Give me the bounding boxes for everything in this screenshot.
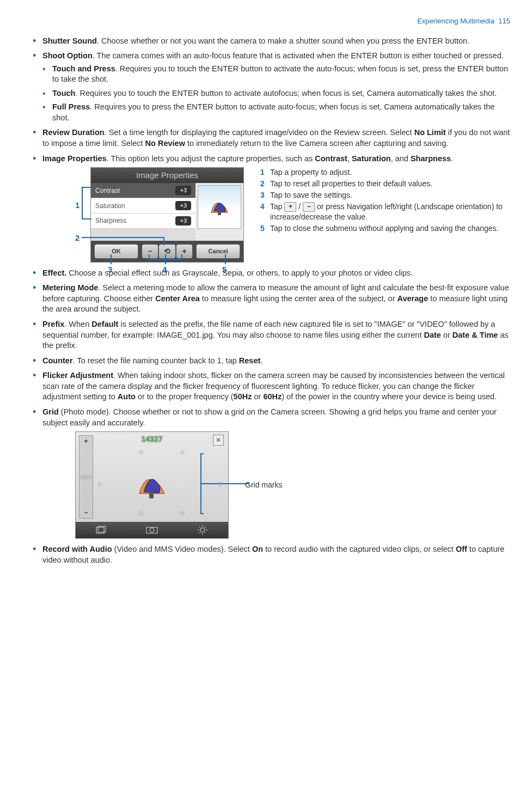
- grid-zoom-label: 1.0 x: [81, 474, 91, 480]
- image-properties-screenshot: Image Properties Contrast+3 Saturation+3…: [90, 167, 244, 263]
- item-image-properties: Image Properties. This option lets you a…: [33, 154, 510, 263]
- ip-title: Image Properties: [91, 168, 243, 183]
- item-review-duration: Review Duration. Set a time length for d…: [33, 127, 510, 149]
- item-record-audio: Record with Audio (Video and MMS Video m…: [33, 544, 510, 565]
- svg-point-5: [150, 528, 154, 532]
- grid-screenshot: 14327 ✕ + 1.0 x − + + + + + +: [75, 431, 229, 539]
- grid-marks-label: Grid marks: [245, 480, 282, 490]
- ip-legend: 1Tap a property to adjust. 2Tap to reset…: [260, 167, 510, 235]
- sub-full-press: Full Press. Requires you to press the EN…: [42, 102, 510, 123]
- ip-cancel-button[interactable]: Cancel: [196, 244, 240, 259]
- ip-plus-button[interactable]: +: [176, 244, 193, 259]
- item-grid: Grid (Photo mode). Choose whether or not…: [33, 407, 510, 539]
- grid-album-icon[interactable]: [94, 525, 108, 535]
- section-title: Experiencing Multimedia: [417, 17, 494, 25]
- ip-reset-button[interactable]: ⟲: [158, 244, 176, 259]
- plus-icon: +: [284, 202, 296, 212]
- grid-gear-icon[interactable]: [195, 525, 210, 535]
- svg-point-6: [200, 528, 205, 532]
- ip-row-sharpness[interactable]: Sharpness+3: [91, 214, 195, 229]
- ip-ok-button[interactable]: OK: [94, 244, 138, 259]
- grid-zoom-in-icon[interactable]: +: [84, 437, 88, 446]
- grid-close-button[interactable]: ✕: [213, 435, 224, 446]
- sub-touch-press: Touch and Press. Requires you to touch t…: [42, 64, 510, 85]
- svg-line-13: [199, 532, 200, 533]
- svg-rect-1: [149, 492, 154, 498]
- grid-zoom-out-icon[interactable]: −: [84, 508, 88, 517]
- item-shoot-option: Shoot Option. The camera comes with an a…: [33, 51, 510, 123]
- item-shutter-sound: Shutter Sound. Choose whether or not you…: [33, 36, 510, 47]
- page-header: Experiencing Multimedia 115: [33, 16, 510, 26]
- grid-zoom-bar[interactable]: + 1.0 x −: [79, 435, 93, 519]
- svg-line-12: [205, 532, 206, 533]
- ip-row-saturation[interactable]: Saturation+3: [91, 198, 195, 214]
- item-metering: Metering Mode. Select a metering mode to…: [33, 283, 510, 315]
- grid-camera-icon[interactable]: [145, 525, 159, 535]
- svg-rect-0: [218, 210, 221, 215]
- item-counter: Counter. To reset the file naming counte…: [33, 356, 510, 367]
- grid-subject-icon: [133, 469, 171, 502]
- sub-touch: Touch. Requires you to touch the ENTER b…: [42, 88, 510, 99]
- callout-2: 2: [75, 233, 80, 243]
- ip-row-contrast[interactable]: Contrast+3: [91, 183, 195, 198]
- svg-line-14: [205, 527, 206, 528]
- page-number: 115: [498, 17, 510, 25]
- minus-icon: −: [303, 202, 315, 212]
- ip-minus-button[interactable]: −: [142, 244, 159, 259]
- item-prefix: Prefix. When Default is selected as the …: [33, 319, 510, 351]
- ip-preview-thumb: [198, 185, 241, 229]
- item-effect: Effect. Choose a special effect such as …: [33, 268, 510, 279]
- svg-line-11: [199, 527, 200, 528]
- grid-shot-count: 14327: [142, 434, 163, 444]
- callout-1: 1: [75, 200, 80, 211]
- item-flicker: Flicker Adjustment. When taking indoor s…: [33, 370, 510, 403]
